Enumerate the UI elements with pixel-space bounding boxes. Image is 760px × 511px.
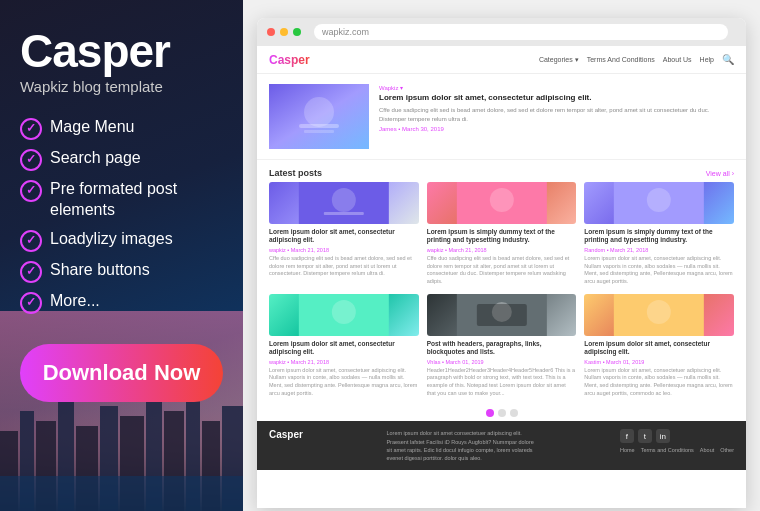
post-image-1	[269, 182, 419, 224]
check-icon-1	[20, 118, 42, 140]
post-excerpt-5: Header1Header2Header3Header4Header5Heade…	[427, 367, 577, 398]
check-icon-6	[20, 292, 42, 314]
brand-subtitle: Wapkiz blog template	[20, 78, 223, 95]
post-card-5: Post with headers, paragraphs, links, bl…	[427, 294, 577, 398]
featured-title: Lorem ipsum dolor sit amet, consectetur …	[379, 93, 734, 103]
footer-social: f t in	[620, 429, 734, 443]
features-list: Mage Menu Search page Pre formated post …	[20, 117, 223, 314]
post-excerpt-1: Cffe duo sadipcing elit sed is bead amet…	[269, 255, 419, 278]
brand-title: Casper	[20, 28, 223, 74]
browser-window: wapkiz.com Casper Categories ▾ Terms And…	[257, 18, 746, 508]
featured-post: Wapkiz ▾ Lorem ipsum dolor sit amet, con…	[257, 74, 746, 160]
url-bar[interactable]: wapkiz.com	[314, 24, 728, 40]
featured-author: James • March 30, 2019	[379, 126, 734, 132]
footer-nav-terms[interactable]: Terms and Conditions	[641, 447, 694, 453]
footer-nav-home[interactable]: Home	[620, 447, 635, 453]
svg-point-22	[489, 188, 513, 212]
svg-rect-13	[0, 476, 243, 511]
page-dot-2[interactable]	[498, 409, 506, 417]
svg-rect-20	[324, 212, 364, 215]
site-content: Wapkiz ▾ Lorem ipsum dolor sit amet, con…	[257, 74, 746, 508]
post-title-2: Lorem ipsum is simply dummy text of the …	[427, 228, 577, 245]
feature-item-1: Mage Menu	[20, 117, 223, 140]
search-icon[interactable]: 🔍	[722, 54, 734, 65]
latest-posts-title: Latest posts	[269, 168, 322, 178]
post-title-1: Lorem ipsum dolor sit amet, consectetur …	[269, 228, 419, 245]
page-dot-1[interactable]	[486, 409, 494, 417]
featured-excerpt: Cffe due sadipcing elit sed is bead amet…	[379, 106, 734, 123]
pagination	[257, 405, 746, 421]
minimize-dot	[280, 28, 288, 36]
feature-item-4: Loadylizy images	[20, 229, 223, 252]
left-panel: Casper Wapkiz blog template Mage Menu Se…	[0, 0, 243, 511]
maximize-dot	[293, 28, 301, 36]
facebook-icon[interactable]: f	[620, 429, 634, 443]
post-meta-2: wapkiz • March 21, 2018	[427, 247, 577, 253]
page-dot-3[interactable]	[510, 409, 518, 417]
post-card-3: Lorem ipsum is simply dummy text of the …	[584, 182, 734, 286]
post-meta-5: Vhlas • March 01, 2019	[427, 359, 577, 365]
site-footer: Casper Lorem ipsum dolor sit amet consec…	[257, 421, 746, 470]
post-card-1: Lorem ipsum dolor sit amet, consectetur …	[269, 182, 419, 286]
footer-nav-about[interactable]: About	[700, 447, 714, 453]
nav-terms[interactable]: Terms And Conditions	[587, 56, 655, 63]
post-image-4	[269, 294, 419, 336]
linkedin-icon[interactable]: in	[656, 429, 670, 443]
featured-tag: Wapkiz ▾	[379, 84, 734, 91]
post-card-2: Lorem ipsum is simply dummy text of the …	[427, 182, 577, 286]
post-meta-4: wapkiz • March 21, 2018	[269, 359, 419, 365]
post-image-3	[584, 182, 734, 224]
footer-text: Lorem ipsum dolor sit amet consectetuer …	[386, 429, 536, 462]
featured-image	[269, 84, 369, 149]
svg-point-31	[647, 300, 671, 324]
post-title-4: Lorem ipsum dolor sit amet, consectetur …	[269, 340, 419, 357]
check-icon-3	[20, 180, 42, 202]
check-icon-5	[20, 261, 42, 283]
feature-item-6: More...	[20, 291, 223, 314]
footer-right: f t in Home Terms and Conditions About O…	[620, 429, 734, 462]
twitter-icon[interactable]: t	[638, 429, 652, 443]
footer-logo: Casper	[269, 429, 303, 440]
nav-help[interactable]: Help	[700, 56, 714, 63]
site-nav: Categories ▾ Terms And Conditions About …	[539, 54, 734, 65]
latest-posts-header: Latest posts View all ›	[257, 160, 746, 182]
post-card-6: Lorem ipsum dolor sit amet, consectetur …	[584, 294, 734, 398]
svg-rect-29	[476, 304, 526, 326]
post-title-3: Lorem ipsum is simply dummy text of the …	[584, 228, 734, 245]
site-header: Casper Categories ▾ Terms And Conditions…	[257, 46, 746, 74]
url-text: wapkiz.com	[322, 27, 369, 37]
check-icon-4	[20, 230, 42, 252]
svg-rect-17	[304, 130, 334, 133]
svg-point-24	[647, 188, 671, 212]
post-meta-6: Kastim • March 01, 2019	[584, 359, 734, 365]
svg-point-15	[304, 97, 334, 127]
svg-rect-16	[299, 124, 339, 128]
feature-item-2: Search page	[20, 148, 223, 171]
post-excerpt-3: Lorem ipsum dolor sit amet, consectetuer…	[584, 255, 734, 286]
left-content: Casper Wapkiz blog template Mage Menu Se…	[20, 28, 223, 402]
nav-categories[interactable]: Categories ▾	[539, 56, 579, 64]
nav-about[interactable]: About Us	[663, 56, 692, 63]
footer-nav-other[interactable]: Other	[720, 447, 734, 453]
post-excerpt-4: Lorem ipsum dolor sit amet, consectetuer…	[269, 367, 419, 398]
featured-text: Wapkiz ▾ Lorem ipsum dolor sit amet, con…	[379, 84, 734, 149]
download-button[interactable]: Download Now	[20, 344, 223, 402]
post-title-6: Lorem ipsum dolor sit amet, consectetur …	[584, 340, 734, 357]
feature-item-5: Share buttons	[20, 260, 223, 283]
check-icon-2	[20, 149, 42, 171]
post-excerpt-2: Cffe duo sadipcing elit sed is bead amet…	[427, 255, 577, 286]
post-meta-3: Random • March 21, 2018	[584, 247, 734, 253]
post-card-4: Lorem ipsum dolor sit amet, consectetur …	[269, 294, 419, 398]
footer-nav: Home Terms and Conditions About Other	[620, 447, 734, 453]
post-title-5: Post with headers, paragraphs, links, bl…	[427, 340, 577, 357]
post-image-6	[584, 294, 734, 336]
posts-grid: Lorem ipsum dolor sit amet, consectetur …	[257, 182, 746, 405]
view-all-link[interactable]: View all ›	[706, 170, 734, 177]
footer-left: Casper	[269, 429, 303, 462]
svg-point-26	[332, 300, 356, 324]
post-image-2	[427, 182, 577, 224]
site-logo: Casper	[269, 53, 310, 67]
right-panel: wapkiz.com Casper Categories ▾ Terms And…	[243, 0, 760, 511]
post-meta-1: wapkiz • March 21, 2018	[269, 247, 419, 253]
post-image-5	[427, 294, 577, 336]
